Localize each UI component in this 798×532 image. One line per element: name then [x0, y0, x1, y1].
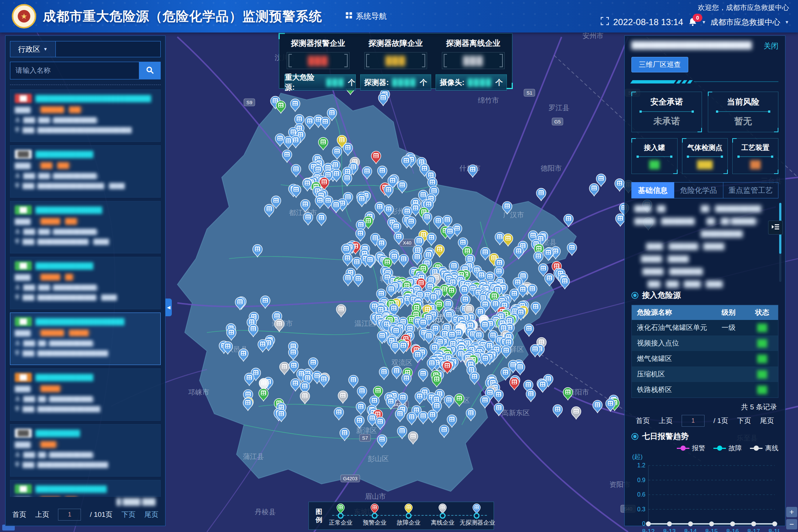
address-row: ███: ████████████████ — [15, 406, 156, 412]
asset-counter-value: ████ — [392, 78, 416, 86]
page-number-input[interactable] — [682, 415, 705, 427]
svg-text:8-16: 8-16 — [726, 528, 739, 532]
person-icon — [15, 173, 20, 179]
hazard-table-row[interactable]: 燃气储罐区██ — [632, 351, 778, 366]
asset-counter-unit: 个 — [348, 78, 355, 88]
chart-unit-label: (起) — [632, 453, 778, 461]
status-badge: ██ — [15, 373, 32, 382]
person-icon — [15, 228, 20, 235]
detector-stat-group: 探测器离线企业███ — [434, 38, 512, 69]
status-badge: ██ — [15, 261, 32, 270]
org-dropdown[interactable]: 成都市应急救援中心 — [710, 17, 780, 27]
map-label-都江堰市: 都江堰市 — [289, 209, 317, 216]
region-value-field[interactable] — [56, 41, 161, 57]
asset-counter-unit: 个 — [495, 78, 503, 88]
total-pages-label: / 101页 — [90, 510, 112, 519]
enterprise-card[interactable]: ████████████████████████████████:〔██████… — [10, 89, 161, 142]
equipment-count-value: ██ — [632, 160, 677, 169]
hazard-table-row[interactable]: 铁路栈桥区██ — [632, 382, 778, 398]
info-field-row: ███：███ - ████ - ████ — [648, 280, 778, 288]
chevron-down-icon[interactable]: ▼ — [785, 20, 789, 25]
table-pagination: 首页 上页 / 1页 下页 尾页 — [631, 415, 778, 427]
enterprise-card-title: █████████████ — [35, 374, 123, 381]
scrollbar-track[interactable] — [779, 203, 781, 282]
asset-counter: 探测器:████个 — [360, 74, 432, 91]
close-button[interactable]: 关闭 — [764, 41, 778, 51]
enterprise-card[interactable]: ███████████████████:〔█████ - ██〕███: ███… — [10, 257, 161, 309]
svg-text:8-18: 8-18 — [768, 528, 779, 532]
map-label-眉山市: 眉山市 — [365, 492, 386, 500]
map-zoom-controls: + − — [786, 507, 797, 531]
prev-page-button[interactable]: 上页 — [35, 510, 49, 519]
hazard-table-row[interactable]: 液化石油气储罐区单元一级██ — [632, 320, 778, 335]
road-badge-G5: G5 — [552, 118, 563, 125]
address-row: ███: ██████████████████ — [15, 350, 156, 357]
trend-section-title: 七日报警趋势 — [642, 431, 689, 441]
panel-expand-button[interactable] — [768, 221, 783, 235]
page-number-input[interactable] — [58, 509, 81, 521]
legend-node-ring — [406, 513, 412, 519]
svg-text:0: 0 — [642, 521, 645, 527]
tab-重点监管工艺[interactable]: 重点监管工艺 — [723, 182, 778, 198]
legend-item-故障企业: 故障企业 — [392, 502, 426, 529]
prev-page-button[interactable]: 上页 — [659, 416, 673, 426]
contact-row: ███: ██ (███████████) — [15, 396, 156, 402]
enterprise-card[interactable]: ███████████████████:〔█████〕███: ██ (████… — [10, 368, 161, 421]
status-badge: ██ — [15, 94, 32, 103]
region-filter-dropdown[interactable]: 行政区 ▼ — [10, 41, 56, 57]
enterprise-card[interactable]: ████████████████████:〔███ - ███〕███: ███… — [10, 145, 161, 198]
radio-bullet-icon — [631, 433, 638, 440]
hazard-table-row[interactable]: 压缩机区██ — [632, 366, 778, 382]
industry-type-row: ████:〔█████ - ███〕 — [15, 218, 156, 225]
status-badge: ██ — [15, 484, 32, 494]
tab-危险化学品[interactable]: 危险化学品 — [674, 182, 723, 198]
person-icon — [15, 284, 20, 291]
location-pin-icon — [15, 461, 20, 468]
asset-counter-value: ███ — [326, 78, 344, 86]
first-page-button[interactable]: 首页 — [12, 510, 26, 519]
zoom-out-button[interactable]: − — [786, 519, 797, 529]
enterprise-card[interactable]: ██████████████████████:〔█████ - ███〕███:… — [10, 480, 161, 497]
system-nav-button[interactable]: 系统导航 — [346, 11, 387, 21]
tab-基础信息[interactable]: 基础信息 — [631, 182, 674, 198]
hazard-table-row[interactable]: 视频接入点位██ — [632, 335, 778, 351]
hazard-name-cell: 燃气储罐区 — [632, 354, 711, 364]
equipment-count-box: 气体检测点███ — [682, 138, 728, 174]
next-page-button[interactable]: 下页 — [122, 510, 136, 519]
enterprise-card[interactable]: ██████████████████████████:〔██████ - ███… — [10, 313, 161, 365]
sidebar-collapse-arrow[interactable]: ◀ — [166, 299, 172, 316]
contact-row: ███: ██ (███████████) — [15, 340, 156, 347]
industry-type-row: ████:〔██████ - ███〕 — [15, 106, 156, 113]
radio-bullet-icon — [631, 292, 638, 299]
current-risk-box: 当前风险 暂无 — [708, 92, 778, 132]
map-label-彭山区: 彭山区 — [368, 455, 389, 463]
zoom-in-button[interactable]: + — [786, 507, 797, 517]
last-page-button[interactable]: 尾页 — [144, 510, 158, 519]
legend-node-ring — [338, 513, 344, 519]
last-page-button[interactable]: 尾页 — [760, 416, 774, 426]
table-records-count: 共 5 条记录 — [631, 402, 778, 412]
legend-item-label: 故障企业 — [392, 519, 426, 527]
search-button[interactable] — [139, 62, 161, 79]
first-page-button[interactable]: 首页 — [636, 416, 650, 426]
location-pin-icon — [15, 238, 20, 245]
detector-stat-value-box: ███ — [442, 52, 505, 69]
legend-item-正常企业: 正常企业 — [324, 502, 358, 529]
enterprise-card-title: █████████████ — [35, 151, 117, 158]
notification-bell-icon[interactable]: 0 — [688, 17, 697, 27]
chevron-down-icon: ▼ — [43, 47, 48, 52]
hazard-source-section-title: 接入危险源 — [642, 290, 681, 300]
industry-type-row: ████:〔█████〕 — [15, 385, 156, 392]
map-label-蒲江县: 蒲江县 — [243, 453, 264, 460]
next-page-button[interactable]: 下页 — [737, 416, 751, 426]
fullscreen-icon[interactable] — [601, 17, 609, 27]
chevron-down-icon[interactable]: ▼ — [702, 20, 706, 25]
detector-stat-value: ███ — [463, 56, 484, 66]
svg-text:S9: S9 — [246, 100, 252, 105]
enterprise-card[interactable]: █████████████████:〔████〕███: ██ (███████… — [10, 424, 161, 477]
factory-3d-patrol-button[interactable]: 三维厂区巡查 — [631, 57, 688, 72]
enterprise-card[interactable]: █████████████████████:〔█████ - ███〕███: … — [10, 201, 161, 253]
enterprise-card-title: ████████████████ — [35, 485, 143, 493]
search-input[interactable] — [10, 62, 139, 79]
hazard-level-cell: 一级 — [711, 323, 746, 332]
